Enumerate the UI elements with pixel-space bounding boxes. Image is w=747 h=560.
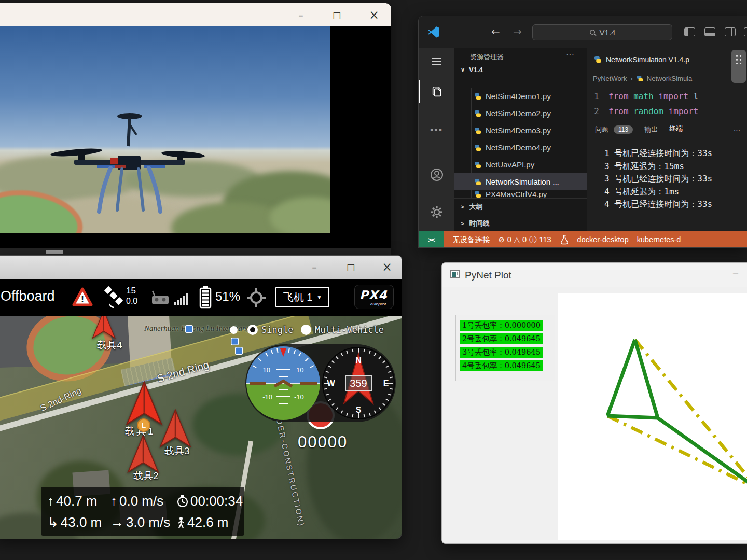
toggle-secondary-sidebar-icon[interactable] (725, 27, 736, 36)
code-editor[interactable]: 1 from math import l 2 from random impor… (587, 89, 747, 120)
terminal-output[interactable]: 1 号机已经连接时间为：33s 3 号机延迟为：15ms 3 号机已经连接时间为… (587, 147, 747, 211)
maximize-icon[interactable]: □ (325, 7, 349, 23)
remote-indicator[interactable]: >< (419, 231, 444, 248)
menu-icon[interactable] (419, 50, 454, 73)
more-views-icon[interactable]: ••• (419, 119, 454, 142)
maximize-icon[interactable]: □ (339, 259, 363, 275)
svg-text:10: 10 (296, 366, 303, 374)
file-netsim4demo3[interactable]: NetSim4Demo3.py (454, 122, 587, 139)
sim-letterbox (330, 26, 391, 248)
editor-tabbar: NetworkSimulation V1.4.p (587, 48, 747, 71)
compass[interactable]: N E S W 359 (322, 346, 395, 420)
nav-back-icon[interactable]: ← (491, 25, 500, 38)
drag-grid-icon[interactable] (731, 50, 746, 83)
file-px4mavctrlv4[interactable]: PX4MavCtrlV4.py (454, 190, 587, 198)
packet-loss-line: 4号丢包率：0.049645 (460, 360, 543, 371)
network-topology-plot[interactable] (558, 293, 747, 540)
tab-networksimulation[interactable]: NetworkSimulation V1.4.p (587, 48, 747, 71)
sim-scrollbar-thumb[interactable] (46, 250, 63, 254)
file-networksimulation-selected[interactable]: NetworkSimulation ... (454, 173, 587, 190)
terminal-line: 4 号机已经连接时间为：33s (604, 198, 747, 211)
map-view[interactable]: Nanerhuan Furong Lu Interchange S 2nd Ri… (0, 316, 402, 539)
breadcrumb-separator-icon: › (631, 75, 633, 82)
telemetry-climb-rate: ↑0.0 m/s (110, 493, 177, 509)
minimize-icon[interactable]: – (728, 267, 743, 281)
radio-multi-label[interactable]: Multi-Vehicle (315, 325, 384, 335)
breadcrumb-folder[interactable]: PyNetWork (593, 75, 627, 82)
status-docker[interactable]: docker-desktop (577, 235, 629, 244)
vscode-titlebar[interactable]: ← → V1.4 (419, 16, 747, 48)
account-icon[interactable] (419, 163, 454, 186)
breadcrumb[interactable]: PyNetWork › NetworkSimula (587, 71, 692, 86)
svg-text:N: N (355, 356, 362, 365)
rc-remote-icon[interactable] (150, 289, 171, 306)
beaker-icon[interactable] (560, 234, 569, 245)
outline-section[interactable]: > 大纲 (454, 198, 587, 215)
vehicle1-badge: L (137, 418, 150, 432)
battery-icon[interactable] (199, 286, 212, 309)
pynet-titlebar[interactable]: PyNet Plot – (442, 263, 747, 287)
svg-text:10: 10 (263, 366, 270, 374)
close-icon[interactable]: × (362, 7, 386, 23)
vehicle-select-dropdown[interactable]: 飞机 1 ▼ (275, 287, 329, 307)
tree-root-v14[interactable]: ∨ V1.4 (454, 62, 587, 77)
vehicle4-marker[interactable] (88, 316, 120, 341)
tab-title: NetworkSimulation V1.4.p (606, 55, 689, 64)
gps-satellite-icon[interactable] (103, 286, 124, 308)
packet-loss-panel: 1号丢包率：0.000000 2号丢包率：0.049645 3号丢包率：0.04… (455, 315, 555, 381)
terminal-line: 3 号机延迟为：15ms (604, 160, 747, 173)
warning-icon: △ (514, 235, 520, 244)
heading-value: 359 (350, 377, 367, 389)
gps-lock-crosshair-icon[interactable] (246, 288, 266, 307)
customize-layout-icon[interactable] (744, 27, 747, 36)
simulator-titlebar[interactable]: – □ × (0, 3, 391, 26)
warning-triangle-icon[interactable]: ! (72, 287, 93, 307)
vehicle2-label: 载具2 (133, 469, 159, 483)
flight-mode-label[interactable]: Offboard (1, 288, 55, 304)
settings-gear-icon[interactable] (419, 201, 454, 223)
toggle-sidebar-icon[interactable] (684, 27, 695, 36)
nav-forward-icon[interactable]: → (513, 25, 522, 38)
python-file-icon (637, 75, 643, 82)
file-netsim4demo4[interactable]: NetSim4Demo4.py (454, 139, 587, 156)
simulator-body: Upgrade for commercial use. Data attribu… (0, 26, 391, 256)
terminal-line: 3 号机已经连接时间为：33s (604, 173, 747, 186)
sim-3d-viewport[interactable]: Upgrade for commercial use. Data attribu… (0, 26, 330, 233)
qgc-titlebar[interactable]: – □ × (0, 256, 402, 279)
radio-single-label[interactable]: Single (261, 325, 293, 335)
timeline-section[interactable]: > 时间线 (454, 215, 587, 231)
person-icon (177, 516, 185, 529)
chevron-right-icon: > (461, 204, 464, 210)
battery-percent[interactable]: 51% (215, 289, 240, 304)
tab-output[interactable]: 输出 (644, 125, 658, 134)
toggle-panel-icon[interactable] (704, 27, 715, 36)
outline-label: 大纲 (469, 202, 482, 212)
info-icon: ⓘ (529, 235, 537, 245)
command-search-box[interactable]: V1.4 (532, 24, 672, 40)
explorer-more-icon[interactable]: ··· (566, 50, 574, 60)
file-netsim4demo2[interactable]: NetSim4Demo2.py (454, 105, 587, 122)
minimize-icon[interactable]: – (302, 259, 326, 275)
explorer-title: 资源管理器 (470, 52, 504, 62)
tab-problems[interactable]: 问题 (595, 125, 608, 134)
attitude-indicator[interactable]: 10 10 -10 -10 (245, 345, 321, 421)
tab-terminal[interactable]: 终端 (669, 124, 683, 135)
explorer-icon[interactable] (419, 80, 454, 103)
telemetry-altitude: ↑40.7 m (47, 493, 110, 509)
file-netuavapi[interactable]: NetUavAPI.py (454, 156, 587, 173)
sim-scrollbar[interactable] (0, 248, 391, 256)
panel-more-icon[interactable]: ··· (734, 126, 740, 134)
breadcrumb-file[interactable]: NetworkSimula (647, 75, 692, 82)
file-netsim4demo1[interactable]: NetSim4Demo1.py (454, 88, 587, 105)
radio-multi-vehicle[interactable] (301, 325, 311, 335)
status-no-device[interactable]: 无设备连接 (452, 235, 490, 245)
status-kubernetes[interactable]: kubernetes-d (637, 235, 681, 244)
minimize-icon[interactable]: – (289, 7, 313, 23)
editor-area: NetworkSimulation V1.4.p PyNetWork › Net… (587, 48, 747, 231)
radio-single[interactable] (247, 325, 258, 335)
signal-bars-icon (174, 293, 188, 305)
telemetry-ground-speed: →3.0 m/s (110, 514, 177, 530)
drone-model (49, 109, 210, 218)
close-icon[interactable]: × (375, 259, 399, 275)
status-problems[interactable]: ⊘ 0 △ 0 ⓘ 113 (499, 235, 551, 245)
